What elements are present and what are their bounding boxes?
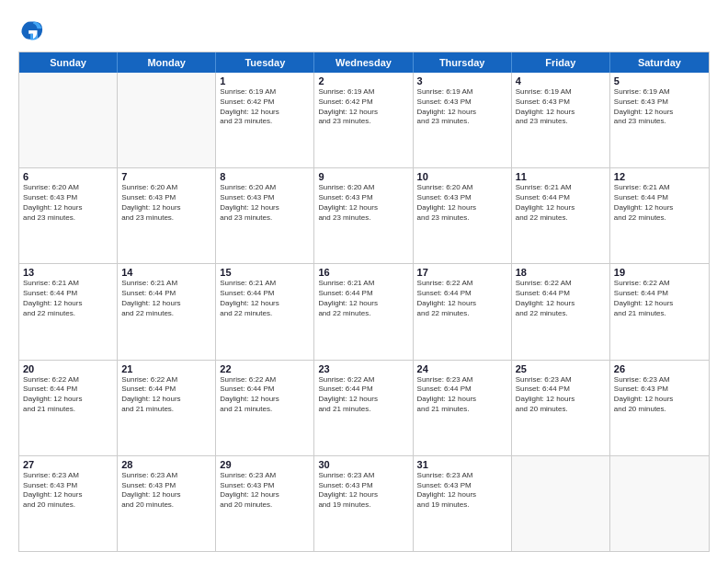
day-info: Sunrise: 6:19 AM Sunset: 6:42 PM Dayligh… (220, 87, 310, 127)
weekday-header-wednesday: Wednesday (314, 52, 413, 73)
day-info: Sunrise: 6:23 AM Sunset: 6:43 PM Dayligh… (121, 471, 211, 511)
calendar-cell: 2Sunrise: 6:19 AM Sunset: 6:42 PM Daylig… (314, 73, 413, 167)
calendar-cell: 6Sunrise: 6:20 AM Sunset: 6:43 PM Daylig… (19, 168, 118, 263)
calendar-cell (512, 456, 610, 551)
day-number: 27 (23, 459, 113, 470)
day-number: 13 (23, 267, 113, 278)
day-info: Sunrise: 6:23 AM Sunset: 6:43 PM Dayligh… (614, 375, 705, 415)
calendar-cell: 16Sunrise: 6:21 AM Sunset: 6:44 PM Dayli… (314, 264, 413, 359)
day-number: 22 (220, 363, 310, 374)
day-info: Sunrise: 6:19 AM Sunset: 6:43 PM Dayligh… (614, 87, 705, 127)
day-number: 14 (121, 267, 211, 278)
calendar-cell: 30Sunrise: 6:23 AM Sunset: 6:43 PM Dayli… (314, 456, 413, 551)
calendar-cell: 20Sunrise: 6:22 AM Sunset: 6:44 PM Dayli… (19, 361, 118, 455)
weekday-header-thursday: Thursday (414, 52, 512, 73)
weekday-header-tuesday: Tuesday (216, 52, 314, 73)
logo-icon (18, 17, 44, 42)
calendar-cell: 1Sunrise: 6:19 AM Sunset: 6:42 PM Daylig… (216, 73, 314, 167)
day-info: Sunrise: 6:22 AM Sunset: 6:44 PM Dayligh… (516, 279, 606, 318)
day-number: 15 (220, 267, 310, 278)
day-number: 31 (417, 459, 507, 470)
day-number: 12 (614, 171, 705, 182)
weekday-header-monday: Monday (118, 52, 216, 73)
day-info: Sunrise: 6:20 AM Sunset: 6:43 PM Dayligh… (121, 183, 211, 223)
day-info: Sunrise: 6:20 AM Sunset: 6:43 PM Dayligh… (23, 183, 113, 223)
day-number: 21 (121, 363, 211, 374)
day-info: Sunrise: 6:21 AM Sunset: 6:44 PM Dayligh… (318, 279, 408, 318)
calendar-cell: 24Sunrise: 6:23 AM Sunset: 6:44 PM Dayli… (414, 361, 512, 455)
calendar-header: SundayMondayTuesdayWednesdayThursdayFrid… (19, 52, 709, 73)
day-info: Sunrise: 6:20 AM Sunset: 6:43 PM Dayligh… (318, 183, 408, 223)
day-number: 3 (417, 75, 507, 86)
day-number: 6 (23, 171, 113, 182)
calendar-cell (19, 73, 118, 167)
calendar-cell: 3Sunrise: 6:19 AM Sunset: 6:43 PM Daylig… (414, 73, 512, 167)
day-info: Sunrise: 6:19 AM Sunset: 6:42 PM Dayligh… (318, 87, 408, 127)
day-number: 19 (614, 267, 705, 278)
calendar-row-4: 27Sunrise: 6:23 AM Sunset: 6:43 PM Dayli… (19, 456, 709, 551)
day-number: 29 (220, 459, 310, 470)
day-info: Sunrise: 6:23 AM Sunset: 6:43 PM Dayligh… (220, 471, 310, 511)
calendar-cell: 23Sunrise: 6:22 AM Sunset: 6:44 PM Dayli… (314, 361, 413, 455)
calendar-cell: 21Sunrise: 6:22 AM Sunset: 6:44 PM Dayli… (118, 361, 216, 455)
day-info: Sunrise: 6:20 AM Sunset: 6:43 PM Dayligh… (417, 183, 507, 223)
weekday-header-friday: Friday (512, 52, 610, 73)
day-number: 28 (121, 459, 211, 470)
day-info: Sunrise: 6:20 AM Sunset: 6:43 PM Dayligh… (220, 183, 310, 223)
day-info: Sunrise: 6:23 AM Sunset: 6:43 PM Dayligh… (318, 471, 408, 511)
calendar-cell: 29Sunrise: 6:23 AM Sunset: 6:43 PM Dayli… (216, 456, 314, 551)
day-info: Sunrise: 6:22 AM Sunset: 6:44 PM Dayligh… (318, 375, 408, 415)
day-info: Sunrise: 6:22 AM Sunset: 6:44 PM Dayligh… (121, 375, 211, 415)
day-info: Sunrise: 6:21 AM Sunset: 6:44 PM Dayligh… (23, 279, 113, 318)
day-number: 20 (23, 363, 113, 374)
day-info: Sunrise: 6:21 AM Sunset: 6:44 PM Dayligh… (516, 183, 606, 223)
calendar-cell: 15Sunrise: 6:21 AM Sunset: 6:44 PM Dayli… (216, 264, 314, 359)
calendar-row-3: 20Sunrise: 6:22 AM Sunset: 6:44 PM Dayli… (19, 361, 709, 456)
day-number: 10 (417, 171, 507, 182)
calendar-cell: 5Sunrise: 6:19 AM Sunset: 6:43 PM Daylig… (610, 73, 709, 167)
calendar-cell: 14Sunrise: 6:21 AM Sunset: 6:44 PM Dayli… (118, 264, 216, 359)
day-info: Sunrise: 6:21 AM Sunset: 6:44 PM Dayligh… (614, 183, 705, 223)
calendar-cell: 18Sunrise: 6:22 AM Sunset: 6:44 PM Dayli… (512, 264, 610, 359)
day-number: 9 (318, 171, 408, 182)
page-header (18, 17, 710, 42)
day-number: 17 (417, 267, 507, 278)
day-number: 11 (516, 171, 606, 182)
calendar-row-1: 6Sunrise: 6:20 AM Sunset: 6:43 PM Daylig… (19, 168, 709, 264)
weekday-header-sunday: Sunday (19, 52, 118, 73)
calendar-cell: 8Sunrise: 6:20 AM Sunset: 6:43 PM Daylig… (216, 168, 314, 263)
day-info: Sunrise: 6:22 AM Sunset: 6:44 PM Dayligh… (614, 279, 705, 318)
day-info: Sunrise: 6:19 AM Sunset: 6:43 PM Dayligh… (417, 87, 507, 127)
calendar-row-2: 13Sunrise: 6:21 AM Sunset: 6:44 PM Dayli… (19, 264, 709, 360)
day-number: 24 (417, 363, 507, 374)
day-info: Sunrise: 6:23 AM Sunset: 6:44 PM Dayligh… (516, 375, 606, 415)
calendar-cell: 22Sunrise: 6:22 AM Sunset: 6:44 PM Dayli… (216, 361, 314, 455)
day-info: Sunrise: 6:21 AM Sunset: 6:44 PM Dayligh… (220, 279, 310, 318)
day-number: 23 (318, 363, 408, 374)
calendar-cell: 7Sunrise: 6:20 AM Sunset: 6:43 PM Daylig… (118, 168, 216, 263)
calendar-cell: 13Sunrise: 6:21 AM Sunset: 6:44 PM Dayli… (19, 264, 118, 359)
day-number: 4 (516, 75, 606, 86)
calendar-cell: 10Sunrise: 6:20 AM Sunset: 6:43 PM Dayli… (414, 168, 512, 263)
calendar-cell: 17Sunrise: 6:22 AM Sunset: 6:44 PM Dayli… (414, 264, 512, 359)
day-number: 18 (516, 267, 606, 278)
calendar-cell: 27Sunrise: 6:23 AM Sunset: 6:43 PM Dayli… (19, 456, 118, 551)
day-number: 7 (121, 171, 211, 182)
calendar: SundayMondayTuesdayWednesdayThursdayFrid… (18, 52, 710, 552)
calendar-body: 1Sunrise: 6:19 AM Sunset: 6:42 PM Daylig… (19, 73, 709, 551)
day-info: Sunrise: 6:22 AM Sunset: 6:44 PM Dayligh… (220, 375, 310, 415)
day-number: 1 (220, 75, 310, 86)
day-info: Sunrise: 6:23 AM Sunset: 6:43 PM Dayligh… (23, 471, 113, 511)
calendar-cell: 11Sunrise: 6:21 AM Sunset: 6:44 PM Dayli… (512, 168, 610, 263)
day-info: Sunrise: 6:19 AM Sunset: 6:43 PM Dayligh… (516, 87, 606, 127)
day-info: Sunrise: 6:21 AM Sunset: 6:44 PM Dayligh… (121, 279, 211, 318)
day-number: 2 (318, 75, 408, 86)
calendar-cell: 26Sunrise: 6:23 AM Sunset: 6:43 PM Dayli… (610, 361, 709, 455)
calendar-cell: 28Sunrise: 6:23 AM Sunset: 6:43 PM Dayli… (118, 456, 216, 551)
day-number: 30 (318, 459, 408, 470)
calendar-cell: 19Sunrise: 6:22 AM Sunset: 6:44 PM Dayli… (610, 264, 709, 359)
day-info: Sunrise: 6:22 AM Sunset: 6:44 PM Dayligh… (23, 375, 113, 415)
calendar-row-0: 1Sunrise: 6:19 AM Sunset: 6:42 PM Daylig… (19, 73, 709, 168)
logo (18, 17, 48, 42)
calendar-cell (610, 456, 709, 551)
